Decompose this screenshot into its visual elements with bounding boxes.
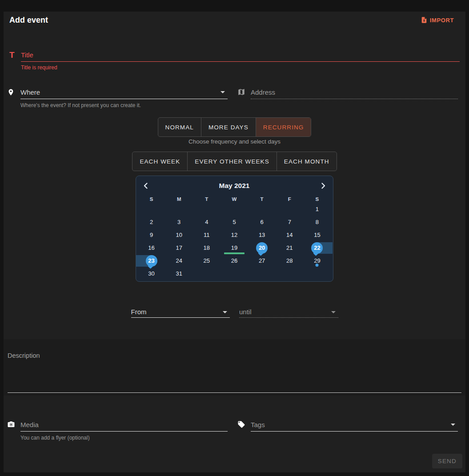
media-helper-text: You can add a flyer (optional) (20, 435, 228, 441)
calendar-day[interactable]: 20 (248, 241, 276, 254)
mode-tabs-row: NORMALMORE DAYSRECURRING (4, 117, 465, 137)
frequency-hint: Choose frequency and select days (4, 138, 465, 145)
calendar-header: May 2021 (136, 176, 333, 196)
calendar-day[interactable]: 5 (220, 216, 248, 228)
import-button[interactable]: IMPORT (420, 15, 455, 25)
where-select[interactable]: Where (20, 85, 228, 99)
tags-placeholder: Tags (251, 421, 265, 428)
from-label: From (131, 308, 147, 316)
media-input[interactable]: Media (20, 418, 228, 432)
next-month-button[interactable] (317, 180, 329, 192)
title-input[interactable]: Title (21, 48, 460, 62)
calendar-day[interactable]: 2 (138, 216, 165, 228)
calendar-day[interactable]: 26 (220, 254, 248, 267)
import-button-label: IMPORT (430, 17, 454, 24)
calendar-day[interactable]: 9 (138, 228, 165, 241)
calendar-day[interactable]: 1 (303, 203, 331, 216)
from-select[interactable]: From (131, 306, 230, 318)
chevron-down-icon (223, 311, 227, 313)
calendar-day[interactable]: 10 (165, 228, 193, 241)
address-field-group: Address (237, 85, 458, 108)
until-select[interactable]: until (239, 306, 338, 318)
calendar-empty-cell (193, 267, 220, 280)
calendar-empty-cell (165, 203, 193, 216)
chevron-down-icon (451, 424, 455, 426)
calendar-day[interactable]: 7 (276, 216, 303, 228)
weekday-label: S (303, 196, 331, 203)
calendar-empty-cell (193, 203, 220, 216)
chevron-down-icon (331, 311, 336, 313)
weekday-label: T (193, 196, 220, 203)
file-import-icon (421, 16, 428, 24)
address-placeholder: Address (251, 88, 275, 96)
calendar-day[interactable]: 8 (303, 216, 331, 228)
calendar-day[interactable]: 14 (276, 228, 303, 241)
tags-field-group: Tags (237, 418, 458, 441)
frequency-tabs-row: EACH WEEKEVERY OTHER WEEKSEACH MONTH (4, 152, 465, 171)
frequency-option-each-week[interactable]: EACH WEEK (132, 152, 187, 171)
map-icon (237, 85, 251, 99)
weekday-label: F (276, 196, 303, 203)
location-row: Where Where's the event? If not present … (7, 85, 458, 108)
location-pin-icon (7, 85, 20, 99)
calendar-month-label: May 2021 (136, 176, 333, 196)
media-placeholder: Media (20, 421, 39, 428)
calendar-day[interactable]: 19 (220, 241, 248, 254)
calendar-empty-cell (276, 203, 303, 216)
tab-normal[interactable]: NORMAL (158, 118, 201, 136)
weekday-label: W (220, 196, 248, 203)
mode-tabs: NORMALMORE DAYSRECURRING (158, 117, 312, 137)
add-event-dialog: Add event IMPORT T Title Title is requir… (4, 12, 465, 472)
calendar-day[interactable]: 24 (165, 254, 193, 267)
calendar-day[interactable]: 11 (193, 228, 220, 241)
where-field-group: Where Where's the event? If not present … (7, 85, 228, 108)
calendar-day[interactable]: 16 (138, 241, 165, 254)
tags-select[interactable]: Tags (251, 418, 458, 432)
weekday-label: S (138, 196, 165, 203)
calendar-day[interactable]: 21 (276, 241, 303, 254)
address-input[interactable]: Address (251, 85, 458, 99)
calendar-empty-cell (303, 267, 331, 280)
tab-more-days[interactable]: MORE DAYS (201, 118, 256, 136)
calendar-day[interactable]: 27 (248, 254, 276, 267)
calendar-empty-cell (276, 267, 303, 280)
calendar-day[interactable]: 30 (138, 267, 165, 280)
frequency-option-every-other-weeks[interactable]: EVERY OTHER WEEKS (187, 152, 277, 171)
calendar-day[interactable]: 18 (193, 241, 220, 254)
calendar-day[interactable]: 6 (248, 216, 276, 228)
calendar-empty-cell (138, 203, 165, 216)
media-field-group: Media You can add a flyer (optional) (7, 418, 228, 441)
title-error-text: Title is required (21, 64, 460, 71)
where-helper-text: Where's the event? If not present you ca… (20, 102, 228, 108)
calendar-day[interactable]: 13 (248, 228, 276, 241)
calendar-day[interactable]: 22 (303, 241, 331, 254)
calendar-day[interactable]: 25 (193, 254, 220, 267)
tab-recurring[interactable]: RECURRING (256, 118, 311, 136)
title-field-group: T Title Title is required (9, 48, 460, 71)
calendar-grid: 1234567891011121314151617181920212223242… (136, 203, 333, 280)
calendar-empty-cell (248, 203, 276, 216)
frequency-option-each-month[interactable]: EACH MONTH (277, 152, 337, 171)
calendar-day[interactable]: 31 (165, 267, 193, 280)
send-button[interactable]: SEND (432, 454, 462, 468)
weekday-label: T (248, 196, 276, 203)
calendar-empty-cell (220, 267, 248, 280)
page-title: Add event (9, 16, 48, 25)
calendar-weekday-header: SMTWTFS (138, 196, 331, 203)
from-field-group: From (131, 306, 230, 318)
calendar-day[interactable]: 15 (303, 228, 331, 241)
frequency-tabs: EACH WEEKEVERY OTHER WEEKSEACH MONTH (132, 152, 337, 171)
media-tags-row: Media You can add a flyer (optional) Tag… (7, 418, 458, 441)
calendar-day[interactable]: 3 (165, 216, 193, 228)
until-placeholder: until (239, 308, 252, 316)
calendar-day[interactable]: 28 (276, 254, 303, 267)
calendar-day[interactable]: 23 (138, 254, 165, 267)
calendar-day[interactable]: 12 (220, 228, 248, 241)
description-textarea[interactable]: Description (8, 352, 461, 393)
calendar-day[interactable]: 29 (303, 254, 331, 267)
tag-icon (237, 418, 251, 431)
calendar-day[interactable]: 17 (165, 241, 193, 254)
dialog-header: Add event IMPORT (9, 14, 455, 26)
where-label: Where (20, 88, 40, 96)
calendar-day[interactable]: 4 (193, 216, 220, 228)
